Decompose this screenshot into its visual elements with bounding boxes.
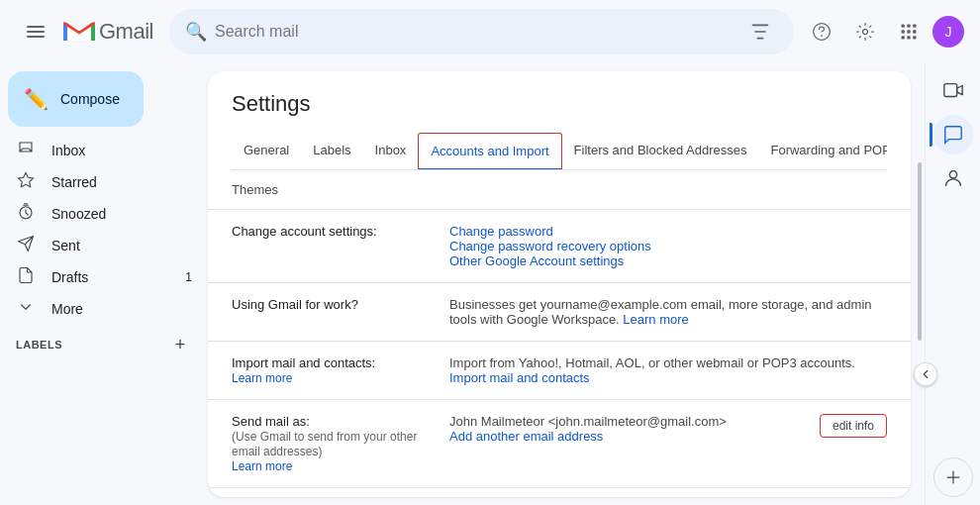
starred-label: Starred (51, 174, 97, 190)
topbar-right: J (802, 12, 964, 51)
avatar[interactable]: J (932, 16, 964, 48)
help-button[interactable] (802, 12, 841, 51)
settings-title: Settings (232, 91, 887, 117)
settings-header: Settings General Labels Inbox Accounts a… (208, 71, 911, 170)
sidebar-item-snoozed[interactable]: Snoozed (0, 198, 208, 230)
svg-rect-1 (27, 31, 45, 33)
tab-inbox[interactable]: Inbox (363, 133, 419, 170)
svg-point-8 (821, 35, 823, 37)
email-display-group: John Mailmeteor <john.mailmeteor@gmail.c… (449, 414, 727, 444)
search-input[interactable] (215, 23, 735, 41)
tab-accounts[interactable]: Accounts and Import (418, 133, 561, 170)
sidebar-item-sent[interactable]: Sent (0, 230, 208, 261)
email-display: John Mailmeteor <john.mailmeteor@gmail.c… (449, 414, 727, 429)
scrollbar-thumb[interactable] (918, 162, 922, 341)
tab-filters[interactable]: Filters and Blocked Addresses (562, 133, 759, 170)
compose-icon: ✏️ (24, 87, 49, 111)
drafts-label: Drafts (51, 269, 88, 285)
table-row: Using Gmail for work? Businesses get you… (208, 283, 911, 342)
svg-rect-15 (913, 30, 916, 33)
import-text: Import from Yahoo!, Hotmail, AOL, or oth… (449, 355, 855, 370)
labels-section: Labels + (0, 325, 208, 360)
chat-panel-button[interactable] (933, 115, 973, 154)
meet-panel-button[interactable] (933, 71, 973, 111)
import-mail-contacts-link[interactable]: Import mail and contacts (449, 370, 590, 385)
settings-table: Change account settings: Change password… (208, 210, 911, 497)
svg-rect-0 (27, 26, 45, 28)
field-label: Send mail as: (232, 414, 310, 429)
search-icon: 🔍 (185, 21, 207, 43)
gmail-label: Gmail (99, 19, 153, 45)
hamburger-button[interactable] (16, 12, 55, 51)
inbox-label: Inbox (51, 143, 85, 158)
table-row: Import mail and contacts: Learn more Imp… (208, 342, 911, 400)
learn-more-work-link[interactable]: Learn more (623, 312, 688, 327)
labels-title: Labels (16, 339, 62, 351)
add-email-link[interactable]: Add another email address (449, 429, 603, 444)
svg-rect-18 (913, 36, 916, 39)
change-password-link[interactable]: Change password (449, 224, 553, 239)
themes-label: Themes (232, 182, 278, 197)
svg-rect-12 (913, 25, 916, 28)
topbar: Gmail 🔍 (0, 0, 980, 63)
content-area: Settings General Labels Inbox Accounts a… (208, 71, 911, 497)
svg-rect-17 (907, 36, 910, 39)
field-label: Change account settings: (232, 224, 377, 239)
main-layout: ✏️ Compose Inbox Starred Snoozed (0, 63, 980, 505)
field-sublabel: (Use Gmail to send from your other email… (232, 430, 417, 458)
contacts-panel-button[interactable] (933, 158, 973, 198)
edit-info-button[interactable]: edit info (820, 414, 887, 438)
sent-label: Sent (51, 238, 80, 253)
compose-button[interactable]: ✏️ Compose (8, 71, 144, 127)
sidebar-item-more[interactable]: More (0, 293, 208, 325)
google-account-link[interactable]: Other Google Account settings (449, 253, 624, 268)
svg-point-9 (863, 30, 868, 35)
search-bar: 🔍 (169, 9, 794, 54)
sidebar-item-starred[interactable]: Starred (0, 166, 208, 198)
settings-content: Themes Change account settings: Change p… (208, 170, 911, 497)
table-row: Check mail from other accounts: Learn mo… (208, 488, 911, 498)
send-mail-learn-more[interactable]: Learn more (232, 459, 292, 473)
settings-button[interactable] (845, 12, 885, 51)
svg-rect-11 (907, 25, 910, 28)
svg-rect-13 (902, 30, 905, 33)
sidebar: ✏️ Compose Inbox Starred Snoozed (0, 63, 208, 505)
import-learn-more[interactable]: Learn more (232, 371, 292, 385)
drafts-badge: 1 (185, 270, 192, 284)
add-label-button[interactable]: + (168, 333, 192, 356)
scrollbar-track (917, 143, 923, 505)
change-recovery-link[interactable]: Change password recovery options (449, 239, 651, 253)
snoozed-icon (16, 203, 36, 225)
tab-labels[interactable]: Labels (301, 133, 362, 170)
apps-button[interactable] (889, 12, 929, 51)
search-options-button[interactable] (742, 14, 778, 50)
tab-general[interactable]: General (232, 133, 301, 170)
svg-point-21 (949, 171, 956, 178)
sidebar-item-drafts[interactable]: Drafts 1 (0, 261, 208, 293)
table-row: Send mail as: (Use Gmail to send from yo… (208, 400, 911, 488)
field-label: Import mail and contacts: (232, 355, 375, 370)
field-label: Using Gmail for work? (232, 297, 358, 312)
more-icon (16, 298, 36, 320)
tab-forwarding[interactable]: Forwarding and POP/IMAP (758, 133, 887, 170)
snoozed-label: Snoozed (51, 206, 106, 222)
compose-label: Compose (60, 91, 120, 107)
inbox-icon (16, 140, 36, 161)
drafts-icon (16, 266, 36, 288)
add-panel-button[interactable] (933, 457, 973, 497)
svg-rect-14 (907, 30, 910, 33)
right-panel (925, 63, 980, 505)
sidebar-item-inbox[interactable]: Inbox (0, 135, 208, 166)
settings-tabs: General Labels Inbox Accounts and Import… (232, 133, 887, 170)
more-label: More (51, 301, 83, 317)
table-row: Change account settings: Change password… (208, 210, 911, 283)
sent-icon (16, 235, 36, 256)
svg-rect-20 (943, 84, 956, 97)
gmail-logo: Gmail (63, 19, 153, 45)
send-mail-row: John Mailmeteor <john.mailmeteor@gmail.c… (449, 414, 887, 444)
svg-rect-16 (902, 36, 905, 39)
themes-row: Themes (208, 170, 911, 210)
svg-rect-10 (902, 25, 905, 28)
star-icon (16, 171, 36, 193)
svg-rect-2 (27, 36, 45, 38)
